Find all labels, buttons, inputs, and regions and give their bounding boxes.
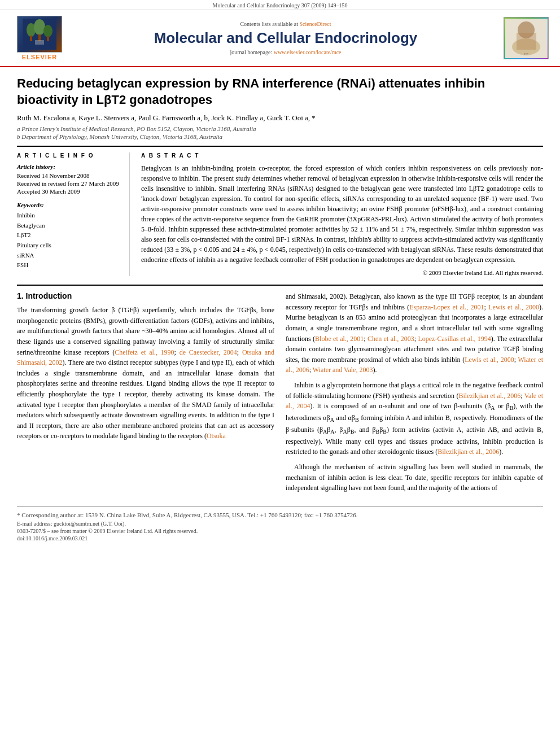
accepted-date: Accepted 30 March 2009 xyxy=(17,188,121,195)
ref-cheifetz[interactable]: Cheifetz et al., 1990 xyxy=(115,348,174,356)
body-right-column: and Shimasaki, 2002). Betaglycan, also k… xyxy=(286,291,543,498)
history-label: Article history: xyxy=(17,163,121,170)
ref-lewis2000b[interactable]: Lewis et al., 2000 xyxy=(465,356,514,364)
keyword-betaglycan: Betaglycan xyxy=(17,222,45,229)
sciencedirect-link: Contents lists available at ScienceDirec… xyxy=(79,21,492,27)
ref-wiater-vale[interactable]: Wiater and Vale, 2003 xyxy=(313,366,373,374)
authors-line: Ruth M. Escalona a, Kaye L. Stenvers a, … xyxy=(17,113,543,123)
abstract-label: A B S T R A C T xyxy=(141,152,543,159)
journal-cover-image: CE xyxy=(504,17,549,59)
elsevier-logo-image xyxy=(17,16,62,53)
ref-bilezikjian2006[interactable]: Bilezikjian et al., 2006 xyxy=(458,392,520,400)
svg-rect-7 xyxy=(35,40,44,45)
article-title: Reducing betaglycan expression by RNA in… xyxy=(17,76,543,108)
affiliation-a: a Prince Henry's Institute of Medical Re… xyxy=(17,125,543,132)
ref-decaestecker[interactable]: de Caestecker, 2004 xyxy=(180,348,237,356)
ref-chen[interactable]: Chen et al., 2003 xyxy=(368,335,414,343)
footer-email: E-mail address: gucktoi@sumtm.net (G.T. … xyxy=(17,521,543,527)
abstract-column: A B S T R A C T Betaglycan is an inhibin… xyxy=(141,152,543,276)
keywords-list: Inhibin Betaglycan LβT2 Pituitary cells … xyxy=(17,211,121,270)
ref-esparza[interactable]: Esparza-Lopez et al., 2001 xyxy=(409,303,484,311)
revised-date: Received in revised form 27 March 2009 xyxy=(17,180,121,187)
footer-doi: doi:10.1016/j.mce.2009.03.021 xyxy=(17,535,543,541)
right-para1: and Shimasaki, 2002). Betaglycan, also k… xyxy=(286,291,543,375)
authors-text: Ruth M. Escalona a, Kaye L. Stenvers a, … xyxy=(17,113,316,122)
article-info-label: A R T I C L E I N F O xyxy=(17,152,121,159)
body-section: 1. Introduction The transforming growth … xyxy=(17,291,543,498)
received-date: Received 14 November 2008 xyxy=(17,172,121,179)
section1-heading: 1. Introduction xyxy=(17,291,274,300)
keyword-fsh: FSH xyxy=(17,261,28,268)
sciencedirect-anchor[interactable]: ScienceDirect xyxy=(299,21,331,27)
affiliation-b: b Department of Physiology, Monash Unive… xyxy=(17,133,543,140)
svg-rect-11 xyxy=(517,33,536,50)
keywords-label: Keywords: xyxy=(17,202,121,208)
ref-lopez[interactable]: Lopez-Casillas et al., 1994 xyxy=(418,335,491,343)
keyword-inhibin: Inhibin xyxy=(17,212,35,219)
svg-rect-6 xyxy=(47,36,49,41)
article-info-column: A R T I C L E I N F O Article history: R… xyxy=(17,152,130,276)
body-right-text: and Shimasaki, 2002). Betaglycan, also k… xyxy=(286,291,543,493)
keywords-section: Keywords: Inhibin Betaglycan LβT2 Pituit… xyxy=(17,202,121,270)
body-left-text: The transforming growth factor β (TGFβ) … xyxy=(17,305,274,442)
footer-issn: 0303-7207/$ – see front matter © 2009 El… xyxy=(17,528,543,534)
body-left-column: 1. Introduction The transforming growth … xyxy=(17,291,274,498)
page-footer: * Corresponding author at: 1539 N. China… xyxy=(17,506,543,541)
journal-name: Molecular and Cellular Endocrinology xyxy=(79,29,492,47)
journal-reference-text: Molecular and Cellular Endocrinology 307… xyxy=(213,2,348,8)
main-content: Reducing betaglycan expression by RNA in… xyxy=(0,67,560,551)
ref-blobe[interactable]: Blobe et al., 2001 xyxy=(315,335,364,343)
ref-lewis2000[interactable]: Lewis et al., 2000 xyxy=(488,303,539,311)
intro-para1: The transforming growth factor β (TGFβ) … xyxy=(17,305,274,442)
right-para3: Although the mechanism of activin signal… xyxy=(286,462,543,493)
elsevier-brand-text: ELSEVIER xyxy=(22,54,57,60)
svg-point-3 xyxy=(43,25,53,37)
keyword-pituitary: Pituitary cells xyxy=(17,242,51,248)
journal-title-area: Contents lists available at ScienceDirec… xyxy=(68,21,504,55)
copyright-line: © 2009 Elsevier Ireland Ltd. All rights … xyxy=(141,269,543,276)
article-history: Article history: Received 14 November 20… xyxy=(17,163,121,195)
journal-homepage-link[interactable]: www.elsevier.com/locate/mce xyxy=(274,49,342,55)
journal-reference-bar: Molecular and Cellular Endocrinology 307… xyxy=(0,0,560,10)
abstract-text: Betaglycan is an inhibin-binding protein… xyxy=(141,163,543,265)
elsevier-logo: ELSEVIER xyxy=(11,16,68,60)
keyword-sirna: siRNA xyxy=(17,252,34,259)
journal-header: ELSEVIER Contents lists available at Sci… xyxy=(0,10,560,67)
info-abstract-section: A R T I C L E I N F O Article history: R… xyxy=(17,146,543,276)
right-para2: Inhibin is a glycoprotein hormone that p… xyxy=(286,380,543,457)
keyword-lbt2: LβT2 xyxy=(17,231,31,238)
body-divider xyxy=(17,285,543,286)
affiliations: a Prince Henry's Institute of Medical Re… xyxy=(17,125,543,140)
ref-otsuka2[interactable]: Otsuka xyxy=(207,432,226,440)
svg-rect-4 xyxy=(30,36,32,41)
ref-bilezikjian2006b[interactable]: Bilezikjian et al., 2006 xyxy=(438,448,499,456)
svg-point-2 xyxy=(34,19,45,35)
journal-homepage: journal homepage: www.elsevier.com/locat… xyxy=(79,49,492,55)
footnote-corresponding: * Corresponding author at: 1539 N. China… xyxy=(17,512,543,518)
svg-text:CE: CE xyxy=(524,53,528,56)
